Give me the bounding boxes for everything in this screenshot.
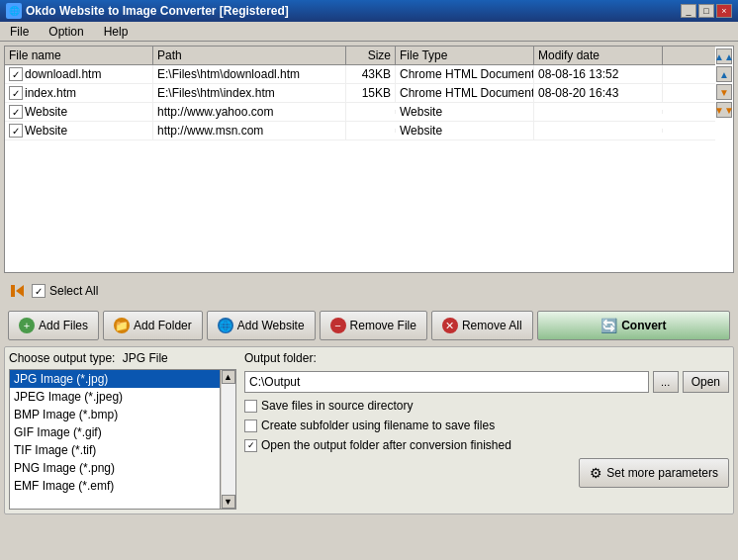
title-bar: 🌐 Okdo Website to Image Converter [Regis… [0,0,738,22]
convert-button[interactable]: 🔄 Convert [537,311,730,340]
type-scroll-track [222,384,235,495]
minimize-button[interactable]: _ [681,4,696,18]
cell-path-3: http://www.yahoo.com [153,103,346,121]
type-scroll-up[interactable]: ▲ [222,370,235,384]
menu-option[interactable]: Option [43,24,89,40]
add-website-button[interactable]: 🌐 Add Website [207,311,316,340]
cell-type-3: Website [396,103,534,121]
cell-date-1: 08-08-16 13:52 [534,65,663,83]
app-title: Okdo Website to Image Converter [Registe… [26,4,289,18]
select-all-row: Select All [4,277,734,305]
output-type-label: Choose output type: JPG File [9,351,236,365]
output-folder-label: Output folder: [244,351,729,365]
type-list-container: JPG Image (*.jpg) JPEG Image (*.jpeg) BM… [9,369,236,510]
select-all-checkbox[interactable] [32,284,46,298]
menu-file[interactable]: File [4,24,35,40]
maximize-button[interactable]: □ [698,4,714,18]
col-header-name: File name [5,47,153,64]
back-icon[interactable] [8,281,28,301]
cell-path-4: http://www.msn.com [153,122,346,140]
cell-type-2: Chrome HTML Document [396,84,534,102]
cell-date-4 [534,129,663,133]
table-row[interactable]: index.htm E:\Files\htm\index.htm 15KB Ch… [5,84,715,103]
cell-size-3 [346,110,396,114]
add-files-icon: + [19,318,35,333]
cell-size-2: 15KB [346,84,396,102]
table-row[interactable]: downloadl.htm E:\Files\htm\downloadl.htm… [5,65,715,84]
select-all-label: Select All [49,284,98,298]
cell-name-4: Website [5,122,153,140]
option-checkbox-2[interactable] [244,420,257,432]
gear-icon: ⚙ [590,465,602,481]
cell-type-1: Chrome HTML Document [396,65,534,83]
main-content: File name Path Size File Type Modify dat… [0,42,738,560]
option-checkbox-3[interactable] [244,439,257,452]
menu-help[interactable]: Help [98,24,135,40]
file-table-container: File name Path Size File Type Modify dat… [4,46,734,273]
row-checkbox-4[interactable] [9,124,23,138]
type-scroll-down[interactable]: ▼ [222,495,235,509]
col-header-size: Size [346,47,396,64]
scroll-up-button[interactable]: ▲ [716,66,732,82]
title-bar-left: 🌐 Okdo Website to Image Converter [Regis… [6,3,289,19]
table-row[interactable]: Website http://www.yahoo.com Website [5,103,715,122]
type-list-scrollbar: ▲ ▼ [220,370,235,509]
remove-file-icon: − [330,318,346,333]
add-folder-button[interactable]: 📁 Add Folder [103,311,203,340]
remove-all-icon: ✕ [442,318,458,333]
row-checkbox-2[interactable] [9,86,23,100]
type-option-jpg[interactable]: JPG Image (*.jpg) [10,370,220,388]
scroll-bottom-button[interactable]: ▼▼ [716,102,732,118]
option-label-3: Open the output folder after conversion … [261,438,511,452]
folder-browse-button[interactable]: ... [653,371,679,393]
folder-input-row: ... Open [244,371,729,393]
output-type-panel: Choose output type: JPG File JPG Image (… [9,351,236,510]
type-option-emf[interactable]: EMF Image (*.emf) [10,477,220,495]
remove-all-button[interactable]: ✕ Remove All [431,311,533,340]
col-header-path: Path [153,47,346,64]
folder-open-button[interactable]: Open [683,371,729,393]
app-icon: 🌐 [6,3,22,19]
table-header: File name Path Size File Type Modify dat… [5,47,715,65]
scroll-buttons: ▲▲ ▲ ▼ ▼▼ [715,47,733,272]
type-option-jpeg[interactable]: JPEG Image (*.jpeg) [10,388,220,406]
remove-file-button[interactable]: − Remove File [320,311,427,340]
set-params-button[interactable]: ⚙ Set more parameters [579,458,729,488]
cell-type-4: Website [396,122,534,140]
title-controls[interactable]: _ □ × [681,4,732,18]
option-label-1: Save files in source directory [261,399,413,413]
row-checkbox-3[interactable] [9,105,23,119]
svg-marker-0 [16,285,24,297]
col-header-date: Modify date [534,47,663,64]
cell-size-4 [346,129,396,133]
cell-name-2: index.htm [5,84,153,102]
type-option-tif[interactable]: TIF Image (*.tif) [10,441,220,459]
type-list: JPG Image (*.jpg) JPEG Image (*.jpeg) BM… [10,370,220,509]
folder-path-input[interactable] [244,371,649,393]
cell-name-3: Website [5,103,153,121]
bottom-panel: Choose output type: JPG File JPG Image (… [4,346,734,514]
convert-icon: 🔄 [600,318,617,333]
close-button[interactable]: × [716,4,732,18]
menu-bar: File Option Help [0,22,738,42]
option-row-3: Open the output folder after conversion … [244,438,729,452]
cell-name-1: downloadl.htm [5,65,153,83]
cell-path-2: E:\Files\htm\index.htm [153,84,346,102]
scroll-top-button[interactable]: ▲▲ [716,48,732,64]
file-table: File name Path Size File Type Modify dat… [5,47,715,272]
option-checkbox-1[interactable] [244,400,257,413]
option-row-1: Save files in source directory [244,399,729,413]
cell-path-1: E:\Files\htm\downloadl.htm [153,65,346,83]
table-body: downloadl.htm E:\Files\htm\downloadl.htm… [5,65,715,268]
row-checkbox-1[interactable] [9,67,23,81]
scroll-down-button[interactable]: ▼ [716,84,732,100]
add-website-icon: 🌐 [218,318,233,333]
type-option-bmp[interactable]: BMP Image (*.bmp) [10,406,220,423]
add-files-button[interactable]: + Add Files [8,311,99,340]
type-option-png[interactable]: PNG Image (*.png) [10,459,220,477]
type-option-gif[interactable]: GIF Image (*.gif) [10,423,220,441]
add-folder-icon: 📁 [114,318,130,333]
table-row[interactable]: Website http://www.msn.com Website [5,122,715,140]
option-label-2: Create subfolder using filename to save … [261,419,495,432]
svg-rect-1 [11,285,15,297]
